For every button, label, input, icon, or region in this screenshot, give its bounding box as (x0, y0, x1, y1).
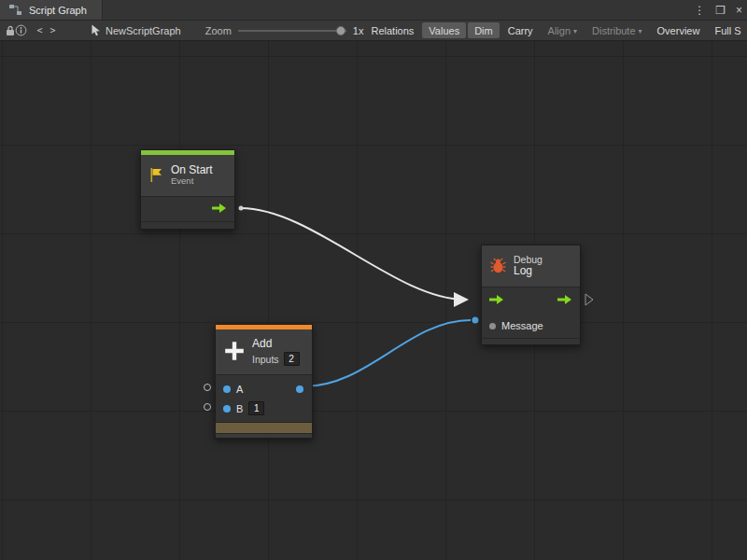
port-a-label: A (236, 384, 243, 395)
add-footer-edge (216, 433, 312, 438)
exec-input-arrow-icon[interactable] (489, 294, 504, 307)
carry-button[interactable]: Carry (501, 22, 540, 38)
on-start-header[interactable]: On Start Event (141, 155, 234, 196)
add-footer-bar (216, 422, 312, 433)
zoom-slider[interactable] (238, 25, 346, 36)
graph-toolbar: < > NewScriptGraph Zoom 1x Relations Val… (0, 21, 747, 41)
add-title: Add (252, 338, 300, 351)
debug-log-header[interactable]: Debug Log (482, 245, 580, 287)
inputs-label: Inputs (252, 354, 279, 365)
maximize-icon[interactable]: ❒ (715, 5, 726, 16)
inputs-count-field[interactable]: 2 (284, 352, 300, 366)
plus-icon (223, 340, 246, 364)
on-start-trigger-row (141, 197, 234, 221)
debug-footer (482, 338, 580, 344)
relations-button[interactable]: Relations (364, 22, 420, 38)
fullscreen-button[interactable]: Full S (708, 22, 747, 38)
lock-icon[interactable] (6, 22, 15, 39)
values-button[interactable]: Values (422, 22, 466, 38)
node-on-start[interactable]: On Start Event (140, 149, 235, 230)
align-button[interactable]: Align ▾ (542, 22, 584, 38)
graph-canvas[interactable] (0, 41, 747, 560)
port-a-dot[interactable] (223, 385, 231, 393)
add-header[interactable]: Add Inputs 2 (216, 329, 312, 374)
window-controls: ⋮ ❒ × (694, 0, 742, 20)
zoom-value: 1x (353, 25, 364, 36)
exec-output-arrow-icon[interactable] (557, 294, 572, 307)
chevron-down-icon: ▾ (639, 27, 642, 35)
on-start-footer (141, 221, 234, 229)
bug-icon (489, 258, 507, 275)
exec-output-arrow-icon[interactable] (212, 203, 227, 216)
log-title: Log (514, 265, 543, 278)
zoom-control: Zoom 1x (205, 25, 364, 36)
pointer-icon (91, 24, 101, 36)
message-port-dot[interactable] (489, 323, 496, 329)
on-start-title: On Start (171, 164, 213, 177)
menu-icon[interactable]: ⋮ (694, 5, 705, 16)
tab-script-graph[interactable]: Script Graph (0, 0, 103, 20)
port-b-label: B (236, 403, 243, 414)
node-debug-log[interactable]: Debug Log (481, 245, 581, 345)
graph-name-label: NewScriptGraph (106, 25, 181, 36)
message-port-label: Message (501, 320, 543, 331)
tab-title: Script Graph (29, 5, 87, 16)
close-icon[interactable]: × (736, 5, 742, 16)
flag-icon (148, 167, 164, 185)
zoom-label: Zoom (205, 25, 232, 36)
toolbar-buttons: Relations Values Dim Carry Align ▾ Distr… (363, 21, 747, 40)
port-b-value-field[interactable]: 1 (248, 401, 264, 415)
debug-message-row: Message (482, 314, 580, 338)
zoom-slider-handle[interactable] (336, 26, 345, 35)
on-start-subtitle: Event (171, 176, 213, 187)
port-row-a: A (216, 379, 312, 399)
graph-name[interactable]: NewScriptGraph (91, 24, 181, 36)
chevron-down-icon: ▾ (573, 27, 577, 35)
sum-output-dot[interactable] (296, 385, 303, 393)
distribute-button[interactable]: Distribute ▾ (585, 22, 648, 38)
node-add[interactable]: Add Inputs 2 A B 1 (215, 324, 313, 439)
zoom-slider-track (238, 30, 346, 32)
info-icon[interactable] (15, 22, 27, 39)
script-graph-icon (7, 2, 23, 19)
dim-button[interactable]: Dim (468, 22, 500, 38)
overview-button[interactable]: Overview (651, 22, 707, 38)
script-graph-window: Script Graph ⋮ ❒ × < > (0, 0, 747, 560)
debug-trigger-row (482, 287, 580, 314)
title-bar: Script Graph ⋮ ❒ × (0, 0, 747, 21)
code-view-icon[interactable]: < > (38, 22, 55, 39)
port-b-dot[interactable] (223, 405, 231, 413)
port-row-b: B 1 (216, 399, 312, 418)
